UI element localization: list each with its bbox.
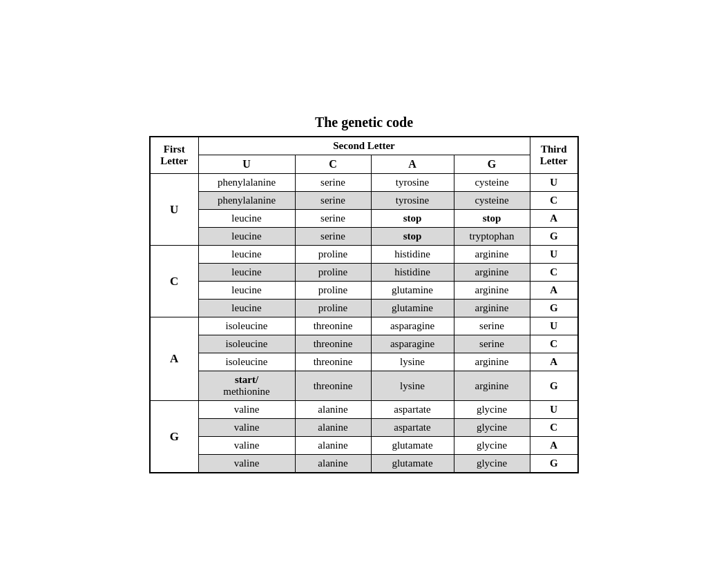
page-container: The genetic code FirstLetter Second Lett… — [135, 101, 593, 487]
amino-c: threonine — [295, 371, 371, 401]
table-row: isoleucinethreoninelysinearginineA — [150, 353, 578, 371]
first-letter-cell: C — [150, 246, 198, 317]
amino-c: alanine — [295, 455, 371, 473]
first-letter-cell: A — [150, 317, 198, 401]
amino-u: leucine — [198, 300, 295, 317]
amino-g: arginine — [454, 246, 530, 264]
first-letter-cell: U — [150, 174, 198, 246]
amino-a: histidine — [371, 264, 454, 282]
third-letter-cell: A — [530, 437, 578, 455]
amino-a: glutamate — [371, 437, 454, 455]
genetic-code-table: FirstLetter Second Letter ThirdLetter U … — [149, 136, 579, 473]
amino-u: isoleucine — [198, 353, 295, 371]
third-letter-cell: U — [530, 401, 578, 419]
amino-g: cysteine — [454, 192, 530, 210]
third-letter-cell: G — [530, 300, 578, 317]
sub-header-a: A — [371, 155, 454, 174]
table-row: valinealanineglutamateglycineG — [150, 455, 578, 473]
amino-c: alanine — [295, 419, 371, 437]
amino-a: glutamine — [371, 300, 454, 317]
amino-c: proline — [295, 264, 371, 282]
amino-a: aspartate — [371, 419, 454, 437]
table-row: CleucineprolinehistidinearginineU — [150, 246, 578, 264]
amino-u: leucine — [198, 228, 295, 246]
amino-u: start/methionine — [198, 371, 295, 401]
table-row: leucineserinestoptryptophanG — [150, 228, 578, 246]
amino-c: threonine — [295, 317, 371, 335]
third-letter-cell: U — [530, 174, 578, 192]
amino-c: proline — [295, 282, 371, 300]
amino-a: lysine — [371, 353, 454, 371]
amino-g: arginine — [454, 264, 530, 282]
amino-g: arginine — [454, 300, 530, 317]
third-letter-cell: C — [530, 335, 578, 353]
amino-c: proline — [295, 300, 371, 317]
amino-c: proline — [295, 246, 371, 264]
amino-u: valine — [198, 401, 295, 419]
amino-g: glycine — [454, 437, 530, 455]
table-row: leucineprolineglutaminearginineA — [150, 282, 578, 300]
table-row: UphenylalanineserinetyrosinecysteineU — [150, 174, 578, 192]
third-letter-cell: C — [530, 192, 578, 210]
amino-g: arginine — [454, 353, 530, 371]
amino-u: valine — [198, 455, 295, 473]
third-letter-cell: C — [530, 264, 578, 282]
table-row: GvalinealanineaspartateglycineU — [150, 401, 578, 419]
amino-u: phenylalanine — [198, 174, 295, 192]
sub-header-c: C — [295, 155, 371, 174]
amino-a: histidine — [371, 246, 454, 264]
table-row: leucineprolineglutaminearginineG — [150, 300, 578, 317]
amino-c: alanine — [295, 437, 371, 455]
third-letter-cell: G — [530, 455, 578, 473]
table-row: AisoleucinethreonineasparagineserineU — [150, 317, 578, 335]
amino-c: serine — [295, 228, 371, 246]
amino-a: stop — [371, 210, 454, 228]
table-title: The genetic code — [315, 115, 413, 130]
second-letter-header: Second Letter — [198, 137, 530, 155]
third-letter-cell: G — [530, 371, 578, 401]
third-letter-cell: U — [530, 317, 578, 335]
amino-u: isoleucine — [198, 317, 295, 335]
amino-c: threonine — [295, 335, 371, 353]
amino-g: glycine — [454, 401, 530, 419]
table-row: valinealanineglutamateglycineA — [150, 437, 578, 455]
third-letter-cell: U — [530, 246, 578, 264]
amino-a: asparagine — [371, 335, 454, 353]
table-row: start/methioninethreoninelysinearginineG — [150, 371, 578, 401]
table-row: isoleucinethreonineasparagineserineC — [150, 335, 578, 353]
amino-g: stop — [454, 210, 530, 228]
amino-a: asparagine — [371, 317, 454, 335]
amino-a: stop — [371, 228, 454, 246]
amino-a: glutamate — [371, 455, 454, 473]
amino-g: cysteine — [454, 174, 530, 192]
amino-u: leucine — [198, 246, 295, 264]
amino-g: glycine — [454, 455, 530, 473]
amino-u: isoleucine — [198, 335, 295, 353]
amino-c: serine — [295, 174, 371, 192]
amino-a: tyrosine — [371, 192, 454, 210]
amino-g: tryptophan — [454, 228, 530, 246]
table-row: phenylalanineserinetyrosinecysteineC — [150, 192, 578, 210]
third-letter-header: ThirdLetter — [530, 137, 578, 174]
amino-a: tyrosine — [371, 174, 454, 192]
amino-g: glycine — [454, 419, 530, 437]
amino-g: serine — [454, 335, 530, 353]
table-row: leucineprolinehistidinearginineC — [150, 264, 578, 282]
third-letter-cell: C — [530, 419, 578, 437]
first-letter-cell: G — [150, 401, 198, 473]
amino-g: arginine — [454, 282, 530, 300]
amino-u: phenylalanine — [198, 192, 295, 210]
amino-g: serine — [454, 317, 530, 335]
amino-u: leucine — [198, 282, 295, 300]
first-letter-header: FirstLetter — [150, 137, 198, 174]
amino-a: glutamine — [371, 282, 454, 300]
amino-c: serine — [295, 210, 371, 228]
amino-c: threonine — [295, 353, 371, 371]
amino-u: leucine — [198, 264, 295, 282]
third-letter-cell: A — [530, 282, 578, 300]
amino-u: valine — [198, 419, 295, 437]
third-letter-cell: A — [530, 353, 578, 371]
third-letter-cell: A — [530, 210, 578, 228]
amino-a: lysine — [371, 371, 454, 401]
amino-g: arginine — [454, 371, 530, 401]
